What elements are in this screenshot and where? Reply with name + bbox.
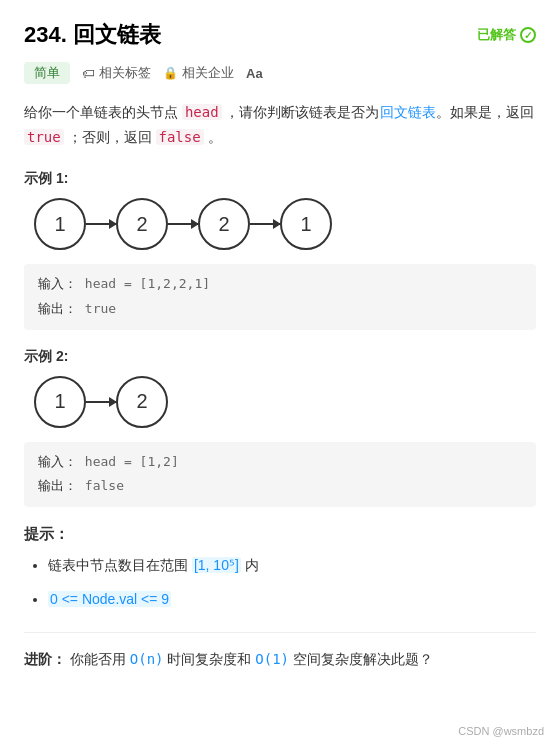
lock-icon: 🔒 xyxy=(163,66,178,80)
example2-output-label: 输出： xyxy=(38,478,77,493)
arrow-2-ex1 xyxy=(168,223,198,225)
problem-title-chinese: 回文链表 xyxy=(73,22,161,47)
example2-output-value: false xyxy=(85,478,124,493)
arrow-3-ex1 xyxy=(250,223,280,225)
example2-io: 输入： head = [1,2] 输出： false xyxy=(24,442,536,507)
true-code: true xyxy=(24,129,64,145)
example1-title: 示例 1: xyxy=(24,170,536,188)
on-complexity: O(n) xyxy=(130,651,164,667)
hint-item-1: 链表中节点数目在范围 [1, 10⁵] 内 xyxy=(48,554,536,578)
example1-input-line: 输入： head = [1,2,2,1] xyxy=(38,272,522,297)
footer-site: CSDN xyxy=(458,725,489,737)
difficulty-tag[interactable]: 简单 xyxy=(24,62,70,84)
example1-input-value: head = [1,2,2,1] xyxy=(85,276,210,291)
hints-list: 链表中节点数目在范围 [1, 10⁵] 内 0 <= Node.val <= 9 xyxy=(24,554,536,612)
hint-item-2: 0 <= Node.val <= 9 xyxy=(48,588,536,612)
advanced-text: 你能否用 xyxy=(70,651,130,667)
hint1-highlight: [1, 10⁵] xyxy=(192,557,241,573)
example2-output-line: 输出： false xyxy=(38,474,522,499)
arrow-1-ex1 xyxy=(86,223,116,225)
node-1-ex1: 1 xyxy=(34,198,86,250)
example1-io: 输入： head = [1,2,2,1] 输出： true xyxy=(24,264,536,329)
node-1-ex2: 1 xyxy=(34,376,86,428)
problem-header: 234. 回文链表 已解答 ✓ xyxy=(24,20,536,50)
example2-input-line: 输入： head = [1,2] xyxy=(38,450,522,475)
node-2-ex2: 2 xyxy=(116,376,168,428)
related-tags-label: 相关标签 xyxy=(99,64,151,82)
solved-badge: 已解答 ✓ xyxy=(477,26,536,44)
problem-title-text: 234. 回文链表 xyxy=(24,20,161,50)
font-size-toggle[interactable]: Aa xyxy=(246,66,263,81)
example2-section: 示例 2: 1 2 输入： head = [1,2] 输出： false xyxy=(24,348,536,507)
example1-output-line: 输出： true xyxy=(38,297,522,322)
example1-section: 示例 1: 1 2 2 1 输入： head = [1,2,2,1] 输出： t… xyxy=(24,170,536,329)
check-icon: ✓ xyxy=(520,27,536,43)
advanced-text-2: 时间复杂度和 xyxy=(167,651,255,667)
footer: CSDN @wsmbzd xyxy=(458,725,544,737)
solved-label: 已解答 xyxy=(477,26,516,44)
problem-number: 234. xyxy=(24,22,67,47)
node-1b-ex1: 1 xyxy=(280,198,332,250)
problem-description: 给你一个单链表的头节点 head ，请你判断该链表是否为回文链表。如果是，返回 … xyxy=(24,100,536,150)
example1-output-label: 输出： xyxy=(38,301,77,316)
arrow-1-ex2 xyxy=(86,401,116,403)
hint2-highlight: 0 <= Node.val <= 9 xyxy=(48,591,171,607)
example2-title: 示例 2: xyxy=(24,348,536,366)
example1-diagram: 1 2 2 1 xyxy=(34,198,536,250)
advanced-text-3: 空间复杂度解决此题？ xyxy=(293,651,433,667)
hints-section: 提示： 链表中节点数目在范围 [1, 10⁵] 内 0 <= Node.val … xyxy=(24,525,536,612)
example1-output-value: true xyxy=(85,301,116,316)
example2-input-value: head = [1,2] xyxy=(85,454,179,469)
head-code: head xyxy=(182,104,222,120)
advanced-prefix: 进阶： xyxy=(24,651,66,667)
node-2a-ex1: 2 xyxy=(116,198,168,250)
example1-input-label: 输入： xyxy=(38,276,77,291)
tags-row: 简单 🏷 相关标签 🔒 相关企业 Aa xyxy=(24,62,536,84)
palindrome-link[interactable]: 回文链表 xyxy=(380,104,436,120)
example2-diagram: 1 2 xyxy=(34,376,536,428)
related-tags-item[interactable]: 🏷 相关标签 xyxy=(82,64,151,82)
example2-input-label: 输入： xyxy=(38,454,77,469)
related-company-label: 相关企业 xyxy=(182,64,234,82)
advanced-section: 进阶： 你能否用 O(n) 时间复杂度和 O(1) 空间复杂度解决此题？ xyxy=(24,632,536,672)
related-company-item[interactable]: 🔒 相关企业 xyxy=(163,64,234,82)
node-2b-ex1: 2 xyxy=(198,198,250,250)
hints-title: 提示： xyxy=(24,525,536,544)
o1-complexity: O(1) xyxy=(255,651,289,667)
footer-user: @wsmbzd xyxy=(492,725,544,737)
tag-icon: 🏷 xyxy=(82,66,95,81)
false-code: false xyxy=(156,129,204,145)
